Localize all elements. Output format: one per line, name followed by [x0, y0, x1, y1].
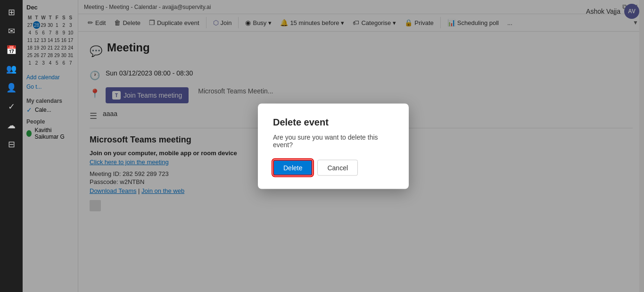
main-area: Ashok Vajja AV Dec M T W T F S S 27 28 2…: [23, 0, 644, 292]
modal-body: Are you sure you want to delete this eve…: [273, 133, 394, 148]
sidebar-calendar-icon[interactable]: 📅: [3, 42, 20, 58]
sidebar-tasks-icon[interactable]: ✓: [3, 98, 20, 115]
sidebar-cloud-icon[interactable]: ☁: [3, 117, 20, 134]
delete-modal: Delete event Are you sure you want to de…: [258, 103, 409, 189]
sidebar-people-icon[interactable]: 👤: [3, 79, 20, 96]
sidebar-contacts-icon[interactable]: 👥: [3, 60, 20, 77]
sidebar-apps-icon[interactable]: ⊞: [3, 4, 20, 21]
app-sidebar: ⊞ ✉ 📅 👥 👤 ✓ ☁ ⊟: [0, 0, 23, 292]
modal-actions: Delete Cancel: [273, 159, 394, 175]
modal-title: Delete event: [273, 117, 394, 127]
modal-delete-button[interactable]: Delete: [273, 159, 313, 175]
sidebar-mail-icon[interactable]: ✉: [3, 23, 20, 40]
sidebar-grid-icon[interactable]: ⊟: [3, 136, 20, 153]
modal-cancel-button[interactable]: Cancel: [317, 159, 358, 175]
